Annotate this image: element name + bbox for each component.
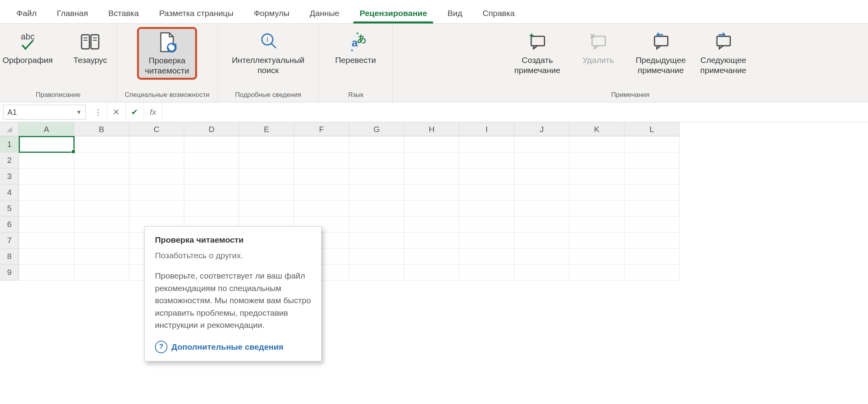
cell-J6[interactable] bbox=[514, 216, 569, 232]
cell-G2[interactable] bbox=[349, 152, 404, 168]
tab-insert[interactable]: Вставка bbox=[98, 5, 149, 23]
cell-A3[interactable] bbox=[19, 168, 74, 184]
cell-K4[interactable] bbox=[569, 184, 624, 200]
column-header-G[interactable]: G bbox=[349, 122, 404, 136]
cell-G7[interactable] bbox=[349, 232, 404, 248]
cell-H6[interactable] bbox=[404, 216, 459, 232]
cell-C5[interactable] bbox=[129, 200, 184, 216]
name-box[interactable]: A1 ▼ bbox=[3, 105, 86, 120]
cell-K9[interactable] bbox=[569, 265, 624, 281]
row-header-4[interactable]: 4 bbox=[0, 184, 19, 200]
cell-A8[interactable] bbox=[19, 248, 74, 265]
cell-I6[interactable] bbox=[459, 216, 514, 232]
cell-B5[interactable] bbox=[74, 200, 129, 216]
new-comment-button[interactable]: Создатьпримечание bbox=[509, 27, 566, 79]
select-all-corner[interactable] bbox=[0, 122, 19, 136]
cell-L9[interactable] bbox=[624, 265, 679, 281]
enter-formula-button[interactable]: ✔ bbox=[126, 102, 144, 122]
cell-J1[interactable] bbox=[514, 136, 569, 152]
row-header-7[interactable]: 7 bbox=[0, 232, 19, 248]
thesaurus-button[interactable]: Тезаурус bbox=[61, 27, 119, 68]
cell-L5[interactable] bbox=[624, 200, 679, 216]
cell-I9[interactable] bbox=[459, 265, 514, 281]
cell-J3[interactable] bbox=[514, 168, 569, 184]
row-header-2[interactable]: 2 bbox=[0, 152, 19, 168]
cell-B9[interactable] bbox=[74, 265, 129, 281]
cell-L3[interactable] bbox=[624, 168, 679, 184]
column-header-H[interactable]: H bbox=[404, 122, 459, 136]
cell-H4[interactable] bbox=[404, 184, 459, 200]
cell-B1[interactable] bbox=[74, 136, 129, 152]
cell-F1[interactable] bbox=[294, 136, 349, 152]
cell-J8[interactable] bbox=[514, 248, 569, 265]
cell-A5[interactable] bbox=[19, 200, 74, 216]
cell-K1[interactable] bbox=[569, 136, 624, 152]
next-comment-button[interactable]: Следующеепримечание bbox=[694, 27, 752, 79]
cell-B4[interactable] bbox=[74, 184, 129, 200]
cell-F3[interactable] bbox=[294, 168, 349, 184]
cell-D2[interactable] bbox=[184, 152, 239, 168]
row-header-9[interactable]: 9 bbox=[0, 265, 19, 281]
tab-formulas[interactable]: Формулы bbox=[244, 5, 299, 23]
cell-L1[interactable] bbox=[624, 136, 679, 152]
cell-L7[interactable] bbox=[624, 232, 679, 248]
cell-H9[interactable] bbox=[404, 265, 459, 281]
cell-L2[interactable] bbox=[624, 152, 679, 168]
cell-H8[interactable] bbox=[404, 248, 459, 265]
tooltip-more-link[interactable]: ? Дополнительные сведения bbox=[155, 341, 311, 353]
cell-E1[interactable] bbox=[239, 136, 294, 152]
cell-I4[interactable] bbox=[459, 184, 514, 200]
cell-K5[interactable] bbox=[569, 200, 624, 216]
cell-J2[interactable] bbox=[514, 152, 569, 168]
cell-H5[interactable] bbox=[404, 200, 459, 216]
fx-button[interactable]: fx bbox=[144, 102, 162, 122]
cell-B7[interactable] bbox=[74, 232, 129, 248]
cell-J7[interactable] bbox=[514, 232, 569, 248]
row-header-1[interactable]: 1 bbox=[0, 136, 19, 152]
cell-H2[interactable] bbox=[404, 152, 459, 168]
cancel-formula-button[interactable]: ✕ bbox=[107, 102, 126, 122]
cell-H1[interactable] bbox=[404, 136, 459, 152]
previous-comment-button[interactable]: Предыдущеепримечание bbox=[630, 27, 692, 79]
tab-file[interactable]: Файл bbox=[6, 5, 47, 23]
cell-C4[interactable] bbox=[129, 184, 184, 200]
cell-B2[interactable] bbox=[74, 152, 129, 168]
row-header-8[interactable]: 8 bbox=[0, 248, 19, 265]
cell-H7[interactable] bbox=[404, 232, 459, 248]
tab-data[interactable]: Данные bbox=[300, 5, 350, 23]
cell-K3[interactable] bbox=[569, 168, 624, 184]
cell-A1[interactable] bbox=[19, 136, 74, 152]
cell-G8[interactable] bbox=[349, 248, 404, 265]
cell-A7[interactable] bbox=[19, 232, 74, 248]
cell-J5[interactable] bbox=[514, 200, 569, 216]
row-header-5[interactable]: 5 bbox=[0, 200, 19, 216]
row-header-6[interactable]: 6 bbox=[0, 216, 19, 232]
cell-F5[interactable] bbox=[294, 200, 349, 216]
cell-K2[interactable] bbox=[569, 152, 624, 168]
cell-A9[interactable] bbox=[19, 265, 74, 281]
cell-D1[interactable] bbox=[184, 136, 239, 152]
cell-D5[interactable] bbox=[184, 200, 239, 216]
cell-I2[interactable] bbox=[459, 152, 514, 168]
cell-G6[interactable] bbox=[349, 216, 404, 232]
tab-page-layout[interactable]: Разметка страницы bbox=[149, 5, 244, 23]
cell-K8[interactable] bbox=[569, 248, 624, 265]
cell-F2[interactable] bbox=[294, 152, 349, 168]
cell-C2[interactable] bbox=[129, 152, 184, 168]
cell-I3[interactable] bbox=[459, 168, 514, 184]
cell-C3[interactable] bbox=[129, 168, 184, 184]
cell-G3[interactable] bbox=[349, 168, 404, 184]
column-header-E[interactable]: E bbox=[239, 122, 294, 136]
cell-B3[interactable] bbox=[74, 168, 129, 184]
column-header-K[interactable]: K bbox=[569, 122, 624, 136]
cell-A2[interactable] bbox=[19, 152, 74, 168]
cell-L8[interactable] bbox=[624, 248, 679, 265]
column-header-D[interactable]: D bbox=[184, 122, 239, 136]
cell-L6[interactable] bbox=[624, 216, 679, 232]
cell-H3[interactable] bbox=[404, 168, 459, 184]
cell-G9[interactable] bbox=[349, 265, 404, 281]
smart-lookup-button[interactable]: i Интеллектуальныйпоиск bbox=[224, 27, 313, 79]
cell-D3[interactable] bbox=[184, 168, 239, 184]
accessibility-check-button[interactable]: Проверкачитаемости bbox=[137, 27, 197, 80]
tab-help[interactable]: Справка bbox=[472, 5, 525, 23]
